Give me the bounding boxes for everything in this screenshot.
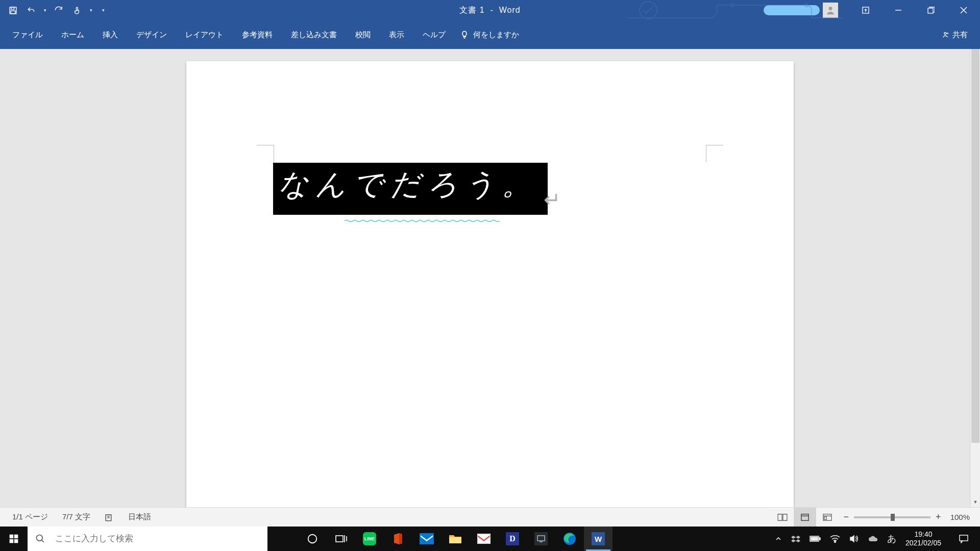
share-button[interactable]: 共有 bbox=[941, 30, 968, 40]
page-indicator[interactable]: 1/1 ページ bbox=[5, 512, 55, 522]
notification-icon bbox=[959, 534, 969, 543]
tab-insert[interactable]: 挿入 bbox=[93, 20, 127, 49]
tab-review[interactable]: 校閲 bbox=[346, 20, 380, 49]
edge-icon bbox=[563, 532, 576, 545]
quick-access-toolbar: ▾ ▾ ▾ bbox=[0, 5, 104, 16]
tab-mailings[interactable]: 差し込み文書 bbox=[282, 20, 346, 49]
svg-rect-31 bbox=[537, 536, 545, 541]
zoom-level[interactable]: 100% bbox=[946, 513, 970, 521]
scroll-down-icon[interactable]: ▼ bbox=[970, 497, 980, 507]
status-bar: 1/1 ページ 7/7 文字 日本語 − + 100% bbox=[0, 507, 980, 527]
user-avatar[interactable] bbox=[823, 3, 838, 18]
word-icon: W bbox=[592, 532, 605, 545]
undo-icon[interactable] bbox=[26, 5, 37, 16]
document-area[interactable]: なんでだろう。 ↵ ▲ ▼ bbox=[0, 49, 980, 507]
onedrive-icon[interactable] bbox=[868, 535, 878, 542]
svg-point-4 bbox=[731, 4, 734, 7]
tray-overflow-icon[interactable] bbox=[775, 535, 782, 542]
qat-customize-icon[interactable]: ▾ bbox=[102, 8, 104, 13]
windows-taskbar: LINE D W あ 19:40 2021/02/05 bbox=[0, 527, 980, 551]
zoom-in-button[interactable]: + bbox=[936, 512, 941, 522]
margin-indicator bbox=[257, 145, 274, 162]
ribbon-display-options-icon[interactable] bbox=[849, 0, 882, 20]
paragraph-mark-icon: ↵ bbox=[544, 188, 561, 211]
d-icon: D bbox=[506, 532, 519, 545]
redo-icon[interactable] bbox=[53, 5, 64, 16]
svg-rect-9 bbox=[928, 8, 933, 13]
print-layout-button[interactable] bbox=[794, 508, 816, 527]
status-right: − + 100% bbox=[771, 508, 975, 527]
task-view-button[interactable] bbox=[327, 527, 355, 551]
web-layout-button[interactable] bbox=[816, 508, 839, 527]
gmail-icon bbox=[477, 534, 491, 544]
svg-rect-18 bbox=[824, 517, 826, 519]
maximize-icon[interactable] bbox=[915, 0, 947, 20]
language-indicator[interactable]: 日本語 bbox=[121, 512, 158, 522]
app-office[interactable] bbox=[384, 527, 412, 551]
task-view-icon bbox=[335, 534, 347, 544]
svg-point-23 bbox=[37, 535, 43, 541]
vertical-scrollbar[interactable]: ▲ ▼ bbox=[970, 49, 980, 507]
qat-dropdown-icon[interactable]: ▾ bbox=[90, 8, 92, 13]
touch-mode-icon[interactable] bbox=[71, 5, 83, 16]
svg-rect-38 bbox=[960, 535, 968, 541]
taskbar-search-input[interactable] bbox=[53, 527, 267, 551]
lightbulb-icon bbox=[460, 30, 469, 39]
zoom-out-button[interactable]: − bbox=[844, 512, 849, 522]
taskbar-clock[interactable]: 19:40 2021/02/05 bbox=[905, 530, 941, 548]
dropbox-icon[interactable] bbox=[791, 535, 800, 543]
svg-line-24 bbox=[42, 540, 44, 542]
proofing-button[interactable] bbox=[97, 513, 121, 522]
scroll-thumb[interactable] bbox=[971, 49, 979, 443]
app-explorer[interactable] bbox=[441, 527, 470, 551]
app-line[interactable]: LINE bbox=[355, 527, 384, 551]
app-generic[interactable]: D bbox=[498, 527, 527, 551]
cortana-button[interactable] bbox=[298, 527, 327, 551]
tell-me-box[interactable]: 何をしますか bbox=[460, 30, 519, 40]
zoom-slider-thumb[interactable] bbox=[891, 514, 895, 521]
folder-icon bbox=[449, 533, 462, 544]
app-generic-2[interactable] bbox=[527, 527, 555, 551]
share-icon bbox=[941, 31, 949, 39]
windows-icon bbox=[9, 534, 19, 544]
volume-icon[interactable] bbox=[849, 535, 859, 543]
start-button[interactable] bbox=[0, 527, 28, 551]
ime-indicator[interactable]: あ bbox=[887, 533, 896, 545]
taskbar-apps: LINE D W bbox=[298, 527, 612, 551]
minimize-icon[interactable] bbox=[882, 0, 915, 20]
read-mode-button[interactable] bbox=[771, 508, 794, 527]
tab-help[interactable]: ヘルプ bbox=[413, 20, 455, 49]
svg-point-37 bbox=[835, 541, 836, 543]
page[interactable]: なんでだろう。 ↵ bbox=[186, 61, 794, 551]
wifi-icon[interactable] bbox=[830, 535, 840, 543]
close-icon[interactable] bbox=[947, 0, 980, 20]
line-icon: LINE bbox=[363, 532, 376, 545]
tab-file[interactable]: ファイル bbox=[3, 20, 52, 49]
tab-layout[interactable]: レイアウト bbox=[176, 20, 233, 49]
svg-rect-22 bbox=[14, 539, 18, 543]
circle-icon bbox=[307, 533, 318, 544]
app-word[interactable]: W bbox=[584, 527, 612, 551]
web-layout-icon bbox=[822, 513, 833, 521]
app-gmail[interactable] bbox=[470, 527, 498, 551]
app-mail[interactable] bbox=[412, 527, 441, 551]
zoom-slider[interactable] bbox=[854, 516, 930, 518]
qat-dropdown-icon[interactable]: ▾ bbox=[44, 8, 46, 13]
svg-point-3 bbox=[640, 2, 657, 19]
tab-design[interactable]: デザイン bbox=[127, 20, 176, 49]
svg-rect-21 bbox=[10, 539, 14, 543]
battery-icon[interactable] bbox=[810, 535, 821, 542]
app-edge[interactable] bbox=[555, 527, 584, 551]
tab-home[interactable]: ホーム bbox=[52, 20, 93, 49]
taskbar-search[interactable] bbox=[28, 527, 267, 551]
selected-text[interactable]: なんでだろう。 bbox=[273, 163, 548, 215]
svg-point-12 bbox=[944, 32, 946, 34]
title-controls bbox=[764, 0, 980, 20]
tab-view[interactable]: 表示 bbox=[380, 20, 413, 49]
margin-indicator bbox=[706, 145, 723, 162]
mail-icon bbox=[420, 533, 434, 544]
save-icon[interactable] bbox=[7, 5, 18, 16]
action-center-button[interactable] bbox=[950, 527, 977, 551]
tab-references[interactable]: 参考資料 bbox=[233, 20, 282, 49]
word-count[interactable]: 7/7 文字 bbox=[55, 512, 97, 522]
